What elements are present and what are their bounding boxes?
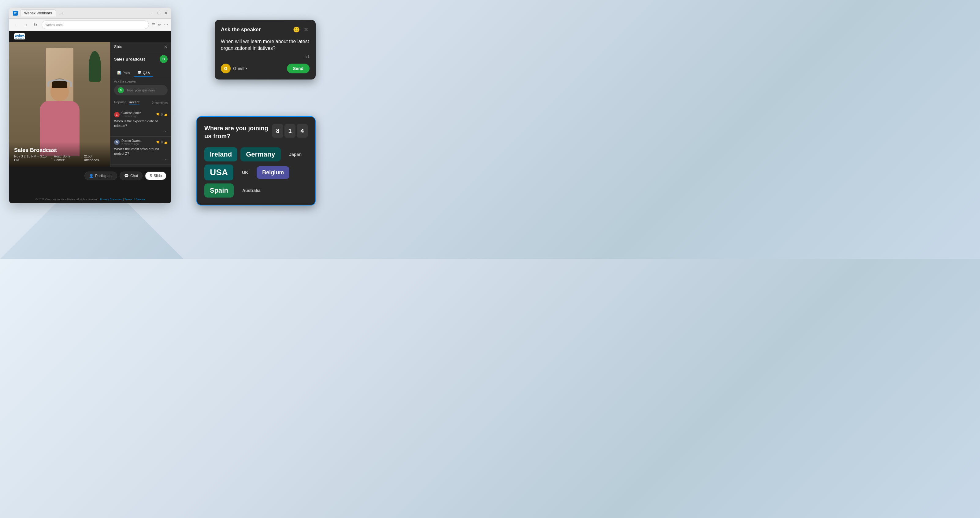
country-belgium[interactable]: Belgium (257, 166, 290, 179)
browser-navbar: ← → ↻ webex.com ☰ ✏ ⋯ (9, 19, 171, 31)
tab-title: Webex Webinars (24, 11, 52, 15)
send-button[interactable]: Send (287, 64, 310, 73)
video-title: Sales Broadcast (14, 147, 105, 154)
thumbdown-icon[interactable]: 👎 (156, 113, 160, 116)
country-germany[interactable]: Germany (240, 148, 280, 162)
slido-brand-avatar: B (160, 55, 168, 63)
participant-icon: 👤 (89, 174, 94, 178)
more-icon[interactable]: ⋯ (164, 22, 168, 27)
webex-logo: webex by cisco (14, 33, 25, 40)
q2-thumbdown-icon[interactable]: 👎 (156, 141, 160, 144)
back-button[interactable]: ← (12, 21, 19, 29)
slido-ask-section: Ask the speaker B Type your question (110, 77, 171, 98)
video-area: Sales Broadcast Nov 3 2:15 PM – 3:15 PM … (9, 42, 110, 167)
tab-polls[interactable]: 📊 Polls (114, 69, 133, 77)
q2-avatar: D (114, 140, 119, 145)
video-attendees: 2150 attendees (84, 154, 105, 162)
slido-icon: S (150, 174, 152, 178)
chevron-down-icon[interactable]: ▾ (246, 67, 247, 70)
q2-vote-count: 0 (161, 141, 163, 144)
ask-card-question-text[interactable]: When will we learn more about the latest… (221, 38, 310, 52)
char-count: 91 (221, 54, 310, 59)
joining-header: Where are you joining us from? 8 1 4 (204, 124, 308, 140)
ask-card-footer: G Guest ▾ Send (221, 64, 310, 73)
terms-link[interactable]: Terms of Service (124, 198, 145, 201)
slido-filter-buttons: Popular Recent (114, 100, 140, 105)
emoji-button[interactable]: 🙂 (293, 26, 300, 33)
q1-avatar: C (114, 112, 119, 118)
refresh-button[interactable]: ↻ (32, 21, 39, 29)
presenter-head (51, 81, 69, 101)
toolbar-actions: 👤 Participant 💬 Chat S Slido (14, 169, 166, 180)
q2-votes: 👎 0 👍 (156, 141, 168, 144)
video-host: Host: Sofia Gomez (54, 154, 80, 162)
q2-user: D Darren Owens 2 minutes ago (114, 139, 141, 146)
slido-filter-bar: Popular Recent 2 questions (110, 98, 171, 108)
ask-speaker-card: Ask the speaker 🙂 ✕ When will we learn m… (215, 20, 316, 79)
url-bar[interactable]: webex.com (41, 21, 149, 29)
q1-user-row: C Clarissa Smith 1 minute ago 👎 0 👍 (114, 111, 168, 118)
filter-popular[interactable]: Popular (114, 100, 126, 105)
participant-button[interactable]: 👤 Participant (84, 172, 117, 180)
webex-app-content: webex by cisco (9, 31, 171, 203)
close-button[interactable]: ✕ (164, 11, 168, 15)
q2-time: 2 minutes ago (121, 143, 141, 146)
slido-ask-input[interactable]: B Type your question (114, 85, 168, 95)
ask-card-header: Ask the speaker 🙂 ✕ (221, 26, 310, 33)
slido-panel-title: Slido (114, 44, 123, 49)
ask-card-username: Guest ▾ (233, 66, 247, 71)
country-spain[interactable]: Spain (204, 183, 234, 197)
country-ireland[interactable]: Ireland (204, 148, 237, 162)
minimize-button[interactable]: − (151, 11, 154, 15)
slido-button[interactable]: S Slido (145, 172, 166, 180)
filter-recent[interactable]: Recent (129, 100, 140, 105)
video-separator2: · (81, 156, 82, 160)
edit-icon[interactable]: ✏ (158, 22, 162, 27)
browser-tab[interactable]: Webex Webinars (20, 10, 56, 16)
ask-card-user-avatar: G (221, 64, 231, 73)
q1-votes: 👎 0 👍 (156, 113, 168, 116)
tab-qa[interactable]: 💬 Q&A (134, 69, 153, 77)
webex-toolbar: 👤 Participant 💬 Chat S Slido © 2022 Cisc… (9, 167, 171, 203)
question-count: 2 questions (152, 101, 168, 105)
q1-name: Clarissa Smith (121, 111, 141, 115)
q2-thumbup-icon[interactable]: 👍 (164, 141, 168, 144)
country-usa[interactable]: USA (204, 165, 233, 180)
slido-close-button[interactable]: ✕ (164, 44, 168, 49)
q2-more-button[interactable]: ⋯ (114, 157, 168, 162)
video-meta: Nov 3 2:15 PM – 3:15 PM · Host: Sofia Go… (14, 154, 105, 162)
qa-icon: 💬 (137, 71, 142, 75)
joining-vote-counts: 8 1 4 (272, 124, 308, 138)
maximize-button[interactable]: □ (158, 11, 160, 15)
slido-panel-header: Slido ✕ (110, 42, 171, 52)
country-australia[interactable]: Australia (237, 185, 266, 196)
q1-time: 1 minute ago (121, 115, 141, 118)
slido-tabs: 📊 Polls 💬 Q&A (110, 66, 171, 77)
room-plant (89, 51, 101, 82)
q2-text: What's the latest news around project Z? (114, 147, 168, 156)
settings-icon[interactable]: ☰ (151, 22, 155, 27)
window-controls: − □ ✕ (151, 11, 168, 15)
privacy-link[interactable]: Privacy Statement (100, 198, 123, 201)
presenter-headphones (48, 79, 72, 87)
slido-ask-label: Ask the speaker (114, 80, 168, 83)
chat-label: Chat (130, 174, 138, 178)
webex-logo-box: webex by cisco (14, 33, 25, 40)
country-uk[interactable]: UK (236, 167, 254, 178)
slido-brand-row: Sales Broadcast B (110, 52, 171, 66)
ask-card-close-button[interactable]: ✕ (302, 26, 310, 33)
toolbar-footer: © 2022 Cisco and/or its affiliates. All … (9, 198, 171, 201)
question-item-1: C Clarissa Smith 1 minute ago 👎 0 👍 (110, 109, 171, 137)
thumbup-icon[interactable]: 👍 (164, 113, 168, 116)
forward-button[interactable]: → (22, 21, 29, 29)
count-digit-3: 4 (297, 124, 308, 138)
q1-more-button[interactable]: ⋯ (114, 129, 168, 134)
country-japan[interactable]: Japan (284, 149, 307, 160)
video-date: Nov 3 2:15 PM – 3:15 PM (14, 154, 49, 162)
video-separator1: · (51, 156, 52, 160)
tab-polls-label: Polls (123, 71, 130, 75)
chat-button[interactable]: 💬 Chat (119, 172, 143, 180)
new-tab-button[interactable]: + (59, 10, 66, 17)
slido-ask-avatar: B (118, 87, 124, 93)
count-digit-2: 1 (285, 124, 296, 138)
